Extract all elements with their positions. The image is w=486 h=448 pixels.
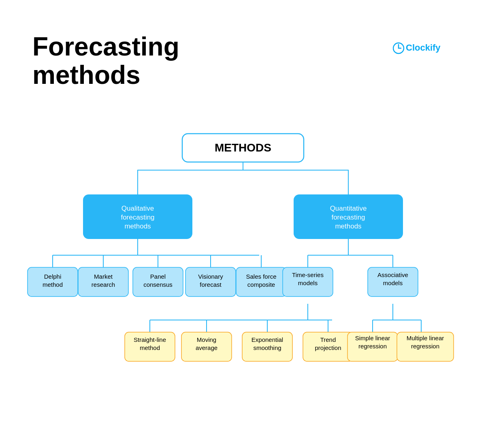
qualitative-label: Qualitative [122,205,154,212]
svg-text:Time-series: Time-series [292,271,324,278]
svg-text:Associative: Associative [377,271,408,278]
svg-text:forecasting: forecasting [331,213,365,221]
root-label: METHODS [215,141,271,154]
svg-text:method: method [140,344,160,351]
svg-text:Clockify: Clockify [406,43,441,53]
svg-text:research: research [92,281,115,288]
svg-text:regression: regression [358,343,387,350]
svg-text:Multiple linear: Multiple linear [407,335,444,341]
page-title: Forecasting methods [32,32,179,90]
svg-text:Panel: Panel [150,273,166,280]
svg-text:Trend: Trend [320,336,336,343]
clockify-logo: Clockify [393,41,446,56]
forecasting-diagram: METHODS Qualitative forecasting methods … [20,130,466,429]
svg-text:regression: regression [411,343,439,350]
svg-text:Straight-line: Straight-line [134,336,166,343]
svg-text:consensus: consensus [143,281,173,288]
svg-text:Moving: Moving [197,336,216,343]
clockify-logo-svg: Clockify [393,41,446,56]
svg-text:method: method [43,281,63,288]
svg-text:average: average [196,344,217,351]
svg-text:composite: composite [247,281,275,288]
svg-text:Visionary: Visionary [198,273,223,280]
svg-text:Delphi: Delphi [44,273,62,280]
svg-text:Simple linear: Simple linear [355,335,390,341]
svg-text:models: models [383,279,403,286]
svg-text:methods: methods [124,222,151,230]
svg-text:Sales force: Sales force [246,273,276,280]
svg-text:Market: Market [94,273,113,280]
quantitative-label: Quantitative [330,205,367,212]
svg-text:methods: methods [335,222,361,230]
svg-text:projection: projection [315,344,341,351]
svg-text:models: models [298,279,318,286]
svg-text:Exponential: Exponential [252,336,283,343]
svg-text:forecasting: forecasting [121,213,154,221]
svg-text:smoothing: smoothing [253,344,281,351]
svg-text:forecast: forecast [200,281,222,288]
